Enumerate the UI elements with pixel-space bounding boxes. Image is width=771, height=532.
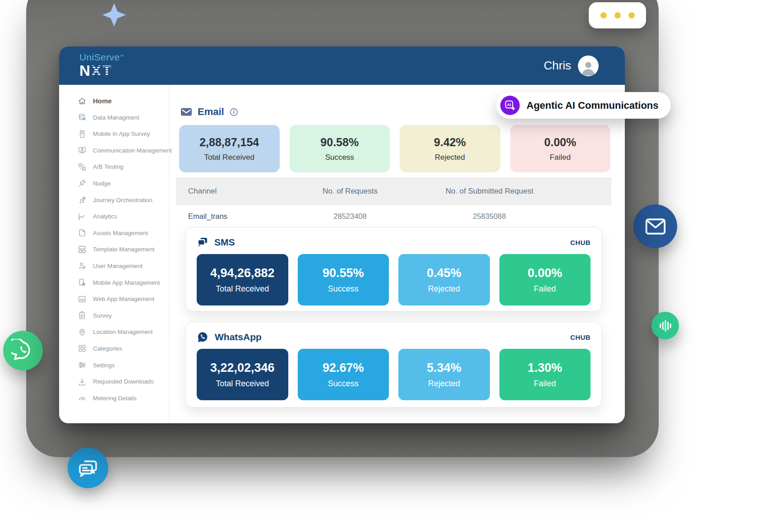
sidebar-item-mobile-in-app-survey[interactable]: Mobile In App Survey — [59, 129, 169, 139]
stat-value: 92.67% — [323, 361, 364, 375]
mail-float-icon — [633, 204, 677, 248]
sidebar-item-metering-details[interactable]: Metering Details — [59, 393, 169, 403]
whatsapp-icon — [197, 331, 209, 343]
whatsapp-title: WhatsApp — [215, 332, 262, 342]
window-dot-icon — [614, 12, 621, 19]
svg-text:A: A — [79, 164, 81, 167]
sidebar-item-label: Home — [93, 97, 112, 105]
sidebar-item-label: User Management — [93, 263, 143, 269]
info-icon[interactable] — [230, 108, 238, 116]
sms-hub-label: CHUB — [570, 239, 591, 246]
agentic-ai-pill[interactable]: AI Agentic AI Communications — [496, 92, 671, 119]
sidebar-item-analytics[interactable]: Analytics — [59, 211, 169, 222]
sidebar-item-communication-management[interactable]: Communication Management — [59, 145, 169, 156]
sidebar-item-label: Settings — [93, 362, 115, 369]
clipboard-icon — [78, 311, 87, 320]
sidebar-item-nudge[interactable]: Nudge — [59, 178, 169, 189]
svg-text:B: B — [83, 167, 84, 170]
sidebar-item-label: Assets Management — [93, 230, 148, 236]
stat-label: Failed — [550, 153, 571, 162]
sidebar-item-label: Data Managment — [93, 114, 139, 121]
stat-label: Total Received — [216, 284, 269, 294]
sidebar-item-web-app-management[interactable]: Web App Management — [59, 294, 169, 304]
sidebar-item-label: Web App Management — [93, 296, 154, 302]
chat-float-icon — [68, 448, 108, 488]
stat-label: Total Received — [216, 379, 269, 389]
svg-text:AI: AI — [507, 102, 511, 107]
sidebar-item-label: Template Management — [93, 246, 154, 253]
stat-value: 9.42% — [434, 136, 466, 149]
stat-value: 0.00% — [544, 136, 576, 149]
sidebar: Home Data Managment Mobile In App Survey… — [59, 85, 170, 423]
sidebar-item-home[interactable]: Home — [59, 96, 169, 106]
sidebar-item-label: Metering Details — [93, 395, 137, 402]
envelope-icon — [180, 107, 192, 117]
stat-label: Rejected — [428, 379, 460, 389]
sidebar-item-requested-downloads[interactable]: Requested Downloads — [59, 376, 169, 387]
analytics-icon — [78, 212, 87, 221]
sidebar-item-categories[interactable]: Categories — [59, 343, 169, 354]
sidebar-item-location-management[interactable]: Location Management — [59, 327, 169, 337]
communication-icon — [78, 146, 87, 155]
brand-trademark: ™ — [120, 54, 124, 59]
app-header: UniServe™ NXT Chris — [59, 46, 625, 85]
email-success-card: 90.58% Success — [290, 125, 390, 172]
sidebar-item-label: Survey — [93, 312, 112, 319]
user-avatar[interactable] — [578, 56, 599, 76]
email-stats-row: 2,88,87,154 Total Received 90.58% Succes… — [179, 125, 610, 172]
whatsapp-rejected-card: 5.34% Rejected — [398, 349, 490, 400]
user-icon — [78, 261, 87, 270]
sidebar-item-label: Journey Orchestration — [93, 197, 152, 204]
user-block[interactable]: Chris — [544, 56, 599, 76]
brand-logo: UniServe™ NXT — [79, 52, 124, 79]
sidebar-item-assets-management[interactable]: Assets Management — [59, 228, 169, 238]
stat-label: Success — [325, 153, 354, 162]
whatsapp-total-received-card: 3,22,02,346 Total Received — [197, 349, 288, 400]
download-icon — [78, 377, 87, 386]
sidebar-item-user-management[interactable]: User Management — [59, 261, 169, 271]
email-rejected-card: 9.42% Rejected — [400, 125, 500, 172]
sliders-icon — [78, 361, 87, 370]
stat-label: Success — [328, 284, 359, 294]
sidebar-item-label: A/B Testing — [93, 163, 124, 170]
col-header-submitted: No. of Submitted Request — [406, 187, 572, 196]
table-header-row: Channel No. of Requests No. of Submitted… — [176, 177, 611, 205]
agentic-ai-label: Agentic AI Communications — [526, 100, 659, 111]
window-dot-icon — [628, 12, 635, 19]
email-total-received-card: 2,88,87,154 Total Received — [179, 125, 280, 172]
sidebar-item-mobile-app-management[interactable]: Mobile App Management — [59, 278, 169, 288]
whatsapp-panel-header: WhatsApp CHUB — [197, 328, 591, 346]
app-window: UniServe™ NXT Chris Home — [59, 46, 625, 423]
stat-label: Failed — [534, 284, 556, 294]
sms-success-card: 90.55% Success — [298, 254, 389, 305]
whatsapp-panel: WhatsApp CHUB 3,22,02,346 Total Received… — [185, 322, 602, 407]
sidebar-item-label: Nudge — [93, 180, 111, 187]
sidebar-item-label: Communication Management — [93, 147, 172, 154]
sidebar-item-template-management[interactable]: Template Management — [59, 244, 169, 254]
gauge-icon — [78, 393, 87, 402]
whatsapp-float-icon — [3, 331, 43, 370]
categories-icon — [78, 344, 87, 353]
whatsapp-success-card: 92.67% Success — [298, 349, 389, 400]
stat-value: 0.45% — [427, 266, 462, 280]
stat-label: Total Received — [204, 153, 254, 162]
sidebar-item-ab-testing[interactable]: AB A/B Testing — [59, 162, 169, 172]
email-failed-card: 0.00% Failed — [510, 125, 611, 172]
brand-line1: UniServe — [79, 52, 120, 62]
sms-failed-card: 0.00% Failed — [499, 254, 591, 305]
window-dot-icon — [600, 12, 607, 19]
sms-panel-header: SMS CHUB — [197, 234, 591, 251]
email-requests-table: Channel No. of Requests No. of Submitted… — [176, 177, 611, 227]
sidebar-item-data-management[interactable]: Data Managment — [59, 112, 169, 123]
ai-badge-icon: AI — [500, 96, 520, 115]
email-section-title: Email — [198, 106, 224, 118]
audio-wave-float-icon — [651, 312, 679, 339]
web-app-icon — [78, 295, 87, 304]
cell-channel: Email_trans — [176, 212, 294, 221]
sidebar-item-survey[interactable]: Survey — [59, 310, 169, 321]
sidebar-item-settings[interactable]: Settings — [59, 360, 169, 370]
stat-value: 0.00% — [527, 266, 562, 280]
sms-stats-row: 4,94,26,882 Total Received 90.55% Succes… — [197, 254, 591, 305]
sidebar-item-label: Location Management — [93, 328, 153, 335]
sidebar-item-journey-orchestration[interactable]: Journey Orchestration — [59, 195, 169, 205]
